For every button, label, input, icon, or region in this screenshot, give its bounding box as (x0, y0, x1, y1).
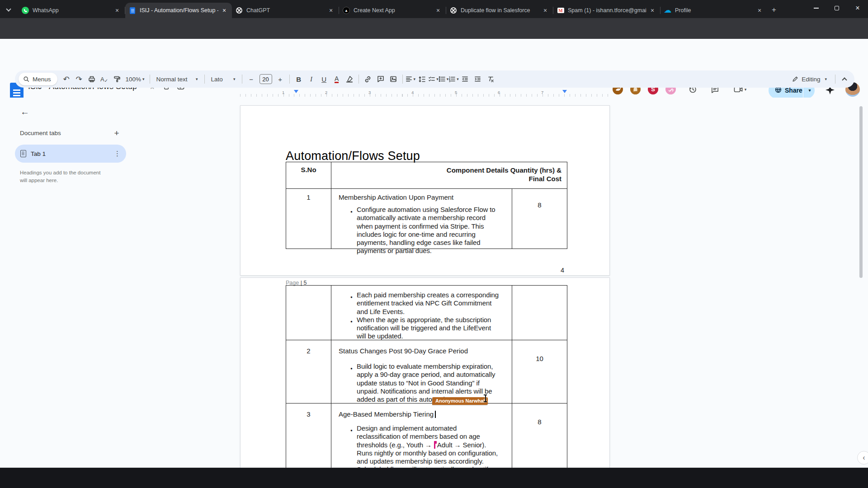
numbered-list-button[interactable]: ▾ (448, 76, 459, 82)
salesforce-cloud-icon: ☁ (664, 7, 671, 14)
tab-gdocs-active[interactable]: ISIJ - Automation/Flows Setup - × (125, 3, 232, 18)
increase-indent-button[interactable] (472, 73, 484, 85)
font-select[interactable]: Lato ▾ (208, 76, 239, 83)
row-quantity: 10 (512, 340, 567, 403)
table-header-row[interactable]: S.No Component Details Quantity (hrs) & … (286, 162, 567, 188)
row-number: 2 (286, 340, 331, 403)
italic-button[interactable]: I (305, 73, 318, 85)
bulleted-list-button[interactable]: ▾ (439, 76, 449, 82)
left-indent-marker[interactable] (294, 90, 298, 93)
redo-button[interactable]: ↷ (73, 73, 85, 85)
window-minimize-button[interactable] (806, 0, 826, 16)
font-value: Lato (211, 76, 223, 83)
spell-check-button[interactable]: A✓ (98, 73, 111, 85)
add-comment-button[interactable] (374, 73, 387, 85)
close-icon[interactable]: × (113, 6, 121, 14)
document-canvas[interactable]: Automation/Flows Setup S.No Component De… (0, 98, 868, 468)
close-outline-button[interactable]: ← (19, 106, 31, 117)
tab-salesforce-flow[interactable]: Duplicate flow in Salesforce × (446, 3, 553, 18)
document-page-5[interactable]: Page | 5 Each paid membership creates a … (240, 277, 610, 468)
undo-button[interactable]: ↶ (60, 73, 73, 85)
tab-whatsapp[interactable]: WhatsApp × (18, 3, 125, 18)
paragraph-style-value: Normal text (156, 76, 188, 83)
tab-chatgpt[interactable]: ChatGPT × (232, 3, 339, 18)
bullet-item: Configure automation using Salesforce Fl… (350, 206, 501, 255)
text-color-button[interactable]: A (330, 73, 343, 85)
header-sno: S.No (286, 162, 331, 188)
line-spacing-button[interactable] (415, 73, 428, 85)
collapse-toolbar-button[interactable] (838, 73, 851, 85)
whatsapp-icon (22, 7, 29, 14)
window-maximize-button[interactable] (826, 0, 847, 16)
paragraph-style-select[interactable]: Normal text ▾ (153, 76, 202, 83)
zoom-value: 100% (126, 76, 142, 83)
ruler-number: 1 (282, 90, 284, 95)
tab-search-button[interactable] (4, 5, 14, 14)
table-row[interactable]: 2 Status Changes Post 90-Day Grace Perio… (286, 340, 567, 403)
close-icon[interactable]: × (541, 6, 549, 14)
header-details: Component Details Quantity (hrs) & Final… (331, 162, 567, 188)
bullet-item: When the age is appropriate, the subscri… (350, 316, 501, 341)
setup-table[interactable]: S.No Component Details Quantity (hrs) & … (286, 162, 567, 249)
table-row-continuation[interactable]: Each paid membership creates a correspon… (286, 286, 567, 340)
document-icon (20, 150, 26, 157)
tab-title: Spam (1) - ishann.tforce@gmai (568, 7, 646, 14)
align-button[interactable]: ▾ (406, 76, 416, 82)
collaborator-cursor (434, 442, 435, 449)
vercel-icon: ▲ (343, 7, 350, 14)
zoom-select[interactable]: 100% ▾ (123, 76, 147, 83)
tab-options-icon[interactable]: ⋮ (114, 150, 121, 158)
tab-title: ChatGPT (246, 7, 325, 14)
editing-mode-select[interactable]: Editing ▾ (787, 72, 832, 86)
bold-button[interactable]: B (292, 73, 305, 85)
highlight-color-button[interactable] (343, 73, 356, 85)
close-icon[interactable]: × (755, 6, 764, 14)
text-ibeam-cursor (483, 394, 487, 403)
tab-gmail-spam[interactable]: M Spam (1) - ishann.tforce@gmai × (553, 3, 660, 18)
windows-taskbar: 78°F Mostly sunny Search >_ <> (0, 468, 868, 488)
close-icon[interactable]: × (327, 6, 335, 14)
decrease-indent-button[interactable] (459, 73, 472, 85)
outline-hint-text: Headings you add to the document will ap… (20, 169, 100, 184)
sidebar-tab-1[interactable]: Tab 1 ⋮ (15, 145, 126, 163)
document-heading[interactable]: Automation/Flows Setup (286, 149, 420, 163)
gmail-icon: M (557, 7, 564, 14)
ruler-number: 7 (541, 90, 543, 95)
decrease-font-size-button[interactable]: − (245, 73, 258, 85)
checklist-button[interactable]: ▾ (428, 76, 439, 82)
side-panel-toggle-button[interactable]: ‹ (857, 451, 868, 465)
insert-image-button[interactable] (387, 73, 400, 85)
right-indent-marker[interactable] (562, 90, 567, 93)
close-icon[interactable]: × (648, 6, 656, 14)
tab-create-next-app[interactable]: ▲ Create Next App × (339, 3, 446, 18)
screen: WhatsApp × ISIJ - Automation/Flows Setup… (0, 0, 868, 488)
paint-format-button[interactable] (111, 73, 123, 85)
underline-button[interactable]: U (318, 73, 330, 85)
ruler-number: 3 (368, 90, 371, 95)
new-tab-button[interactable]: + (769, 5, 779, 15)
increase-font-size-button[interactable]: + (274, 73, 287, 85)
docs-toolbar: Menus ↶ ↷ A✓ 100% ▾ Normal text ▾ Lato ▾… (15, 70, 854, 88)
close-icon[interactable]: × (434, 6, 442, 14)
row-title: Age-Based Membership Tiering (339, 410, 512, 418)
add-tab-button[interactable]: + (111, 128, 122, 139)
menus-search-button[interactable]: Menus (19, 73, 57, 85)
window-close-button[interactable]: × (847, 0, 868, 16)
clear-formatting-button[interactable] (484, 73, 497, 85)
minimize-icon (814, 8, 819, 9)
row-number: 1 (286, 189, 331, 249)
font-size-input[interactable]: 20 (259, 74, 272, 84)
chevron-down-icon (6, 6, 11, 11)
close-icon[interactable]: × (220, 6, 228, 14)
horizontal-ruler[interactable] (240, 94, 610, 97)
scrollbar-thumb[interactable] (859, 106, 863, 278)
google-docs-icon (129, 7, 136, 14)
print-button[interactable] (85, 73, 98, 85)
document-page-4[interactable]: Automation/Flows Setup S.No Component De… (240, 105, 610, 276)
table-row[interactable]: 1 Membership Activation Upon Payment Con… (286, 188, 567, 249)
insert-link-button[interactable] (362, 73, 374, 85)
row-quantity: 8 (512, 404, 567, 468)
table-row[interactable]: 3 Age-Based Membership Tiering Design an… (286, 403, 567, 468)
tab-profile[interactable]: ☁ Profile × (660, 3, 767, 18)
setup-table-continued[interactable]: Each paid membership creates a correspon… (286, 285, 567, 468)
